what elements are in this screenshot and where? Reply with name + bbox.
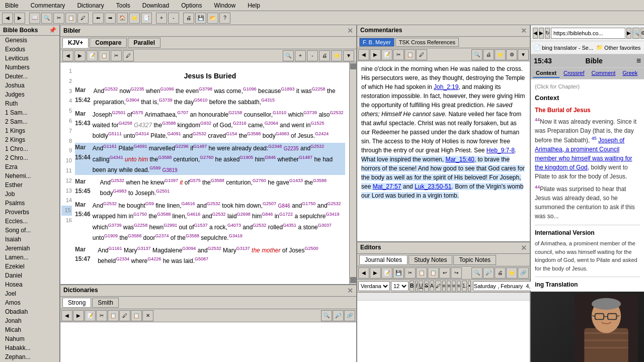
bible-close-btn[interactable]: ✕ xyxy=(347,27,353,35)
book-isaiah[interactable]: Isaiah xyxy=(0,235,59,244)
toolbar-btn5[interactable]: 🖊 xyxy=(77,13,89,24)
format-strikethrough[interactable]: S xyxy=(424,281,429,292)
bible-tb-search[interactable]: 🔍 xyxy=(283,50,294,61)
bookmark-other[interactable]: 📁 Other favorites xyxy=(596,44,640,51)
browser-go[interactable]: ▶ xyxy=(626,28,631,39)
bible-tb-zoom-out[interactable]: - xyxy=(307,50,318,61)
tab-study-notes[interactable]: Study Notes xyxy=(409,255,452,265)
dict-tb-btn5[interactable]: 📋 xyxy=(131,310,142,321)
book-esther[interactable]: Esther xyxy=(0,180,59,190)
book-ezekiel[interactable]: Ezekiel xyxy=(0,262,59,271)
book-proverbs[interactable]: Proverbs xyxy=(0,208,59,217)
book-2chronicles[interactable]: 2 Chro... xyxy=(0,153,59,162)
book-deuteronomy[interactable]: Deuter... xyxy=(0,72,59,81)
book-1kings[interactable]: 1 Kings xyxy=(0,126,59,135)
book-amos[interactable]: Amos xyxy=(0,298,59,307)
toolbar-zoom-out[interactable]: - xyxy=(168,13,179,24)
joseph-link[interactable]: Joseph of Arimathea, a prominent Council… xyxy=(535,137,632,171)
toolbar-help[interactable]: ? xyxy=(219,13,230,24)
browser-settings[interactable]: ⚙ xyxy=(640,28,644,39)
context-settings-icon[interactable]: ≡ xyxy=(636,56,641,65)
dict-tb-btn2[interactable]: ✂ xyxy=(96,310,107,321)
tab-fbmeyer[interactable]: F. B. Meyer xyxy=(359,38,394,47)
editors-tb-search[interactable]: 🔍 xyxy=(471,267,482,279)
book-jeremiah[interactable]: Jeremiah xyxy=(0,244,59,253)
commentary-tb-btn2[interactable]: ✂ xyxy=(393,49,404,60)
format-list-num[interactable]: 1. xyxy=(462,281,467,292)
format-list-bul[interactable]: • xyxy=(468,281,471,292)
menu-help[interactable]: Help xyxy=(245,1,263,10)
commentary-tb-forward[interactable]: ▶ xyxy=(370,49,381,60)
toolbar-print[interactable]: 🖨 xyxy=(183,13,194,24)
commentary-tb-btn3[interactable]: 📋 xyxy=(405,49,416,60)
joh-2-19-ref[interactable]: Joh_2:19 xyxy=(434,83,458,90)
dict-tb-btn3[interactable]: 📋 xyxy=(108,310,119,321)
dict-tb-link[interactable]: 🔗 xyxy=(344,310,355,321)
tab-kjvplus[interactable]: KJV+ xyxy=(62,38,89,48)
book-hosea[interactable]: Hosea xyxy=(0,280,59,289)
editors-tb-forward[interactable]: ▶ xyxy=(370,267,381,279)
url-input[interactable] xyxy=(551,28,625,39)
bookmark-bing[interactable]: 📄 bing translator - Se... xyxy=(534,44,593,51)
tab-parallel[interactable]: Parallel xyxy=(128,38,160,48)
toolbar-btn8[interactable]: 🏠 xyxy=(117,13,128,24)
book-ecclesiastes[interactable]: Eccles... xyxy=(0,217,59,226)
toolbar-btn10[interactable]: 📑 xyxy=(141,13,152,24)
book-song[interactable]: Song of... xyxy=(0,226,59,235)
bible-tb-back[interactable]: ◀ xyxy=(62,50,73,61)
mar-15-40-ref[interactable]: Mar_15:40 xyxy=(445,156,474,163)
toolbar-open[interactable]: 📂 xyxy=(207,13,218,24)
bible-tb-btn2[interactable]: 📋 xyxy=(99,50,110,61)
tab-strong[interactable]: Strong xyxy=(62,298,91,308)
browser-search[interactable]: 🔍 xyxy=(632,28,639,39)
menu-dictionary[interactable]: Dictionary xyxy=(74,1,107,10)
browser-back[interactable]: ◀ xyxy=(533,28,538,39)
bible-tb-zoom-in[interactable]: + xyxy=(295,50,306,61)
commentary-close[interactable]: ✕ xyxy=(521,27,527,35)
browser-forward[interactable]: ▶ xyxy=(539,28,544,39)
heb-9-7-8-ref[interactable]: Heb_9:7-8 xyxy=(487,147,515,154)
tab-tsk[interactable]: TSK Cross References xyxy=(395,38,459,47)
commentary-tb-search[interactable]: 🔍 xyxy=(471,49,482,60)
toolbar-zoom-in[interactable]: + xyxy=(156,13,167,24)
book-exodus[interactable]: Exodus xyxy=(0,45,59,54)
editors-tb-bookmark[interactable]: ⭐ xyxy=(506,267,517,279)
editors-tb-back[interactable]: ◀ xyxy=(358,267,369,279)
commentary-tb-print[interactable]: 🖨 xyxy=(483,49,494,60)
commentary-tb-settings[interactable]: ⚙ xyxy=(506,49,517,60)
book-job[interactable]: Job xyxy=(0,190,59,199)
menu-download[interactable]: Download xyxy=(139,1,172,10)
editors-tb-paste[interactable]: 📋 xyxy=(428,267,439,279)
toolbar-btn1[interactable]: 📖 xyxy=(29,13,40,24)
toolbar-save[interactable]: 💾 xyxy=(195,13,206,24)
bible-tb-nav[interactable]: ▼ xyxy=(343,50,354,61)
nav-context[interactable]: Context xyxy=(533,69,559,78)
book-nahum[interactable]: Nahum xyxy=(0,334,59,343)
book-numbers[interactable]: Numbers xyxy=(0,63,59,72)
click-for-chapter[interactable]: (Click for Chapter) xyxy=(535,82,640,91)
tab-topic-notes[interactable]: Topic Notes xyxy=(453,255,496,265)
book-zephaniah[interactable]: Zephan... xyxy=(0,352,59,361)
toolbar-btn9[interactable]: ⭐ xyxy=(129,13,140,24)
menu-window[interactable]: Window xyxy=(211,1,238,10)
bible-books-close[interactable]: 📌 xyxy=(49,27,56,34)
nav-greek[interactable]: Greek xyxy=(619,69,640,78)
font-size-select[interactable]: 12 xyxy=(391,281,409,291)
tab-smith[interactable]: Smith xyxy=(92,298,119,308)
dict-tb-search[interactable]: 🔍 xyxy=(321,310,332,321)
bible-tb-btn4[interactable]: 🖊 xyxy=(123,50,134,61)
commentary-tb-bookmark[interactable]: ⭐ xyxy=(495,49,506,60)
editors-content[interactable] xyxy=(357,301,530,362)
editors-tb-save[interactable]: 💾 xyxy=(393,267,404,279)
menu-bible[interactable]: Bible xyxy=(2,1,22,10)
format-underline[interactable]: U xyxy=(419,281,423,292)
book-1samuel[interactable]: 1 Sam... xyxy=(0,108,59,117)
book-obadiah[interactable]: Obadiah xyxy=(0,307,59,316)
dict-tb-zoom[interactable]: 🔎 xyxy=(333,310,344,321)
book-lamentations[interactable]: Lamen... xyxy=(0,253,59,262)
editors-tb-print[interactable]: 🖨 xyxy=(495,267,506,279)
editors-tb-undo[interactable]: ↩ xyxy=(439,267,450,279)
book-joshua[interactable]: Joshua xyxy=(0,81,59,90)
menu-options[interactable]: Options xyxy=(178,1,205,10)
format-bold[interactable]: B xyxy=(410,281,414,292)
